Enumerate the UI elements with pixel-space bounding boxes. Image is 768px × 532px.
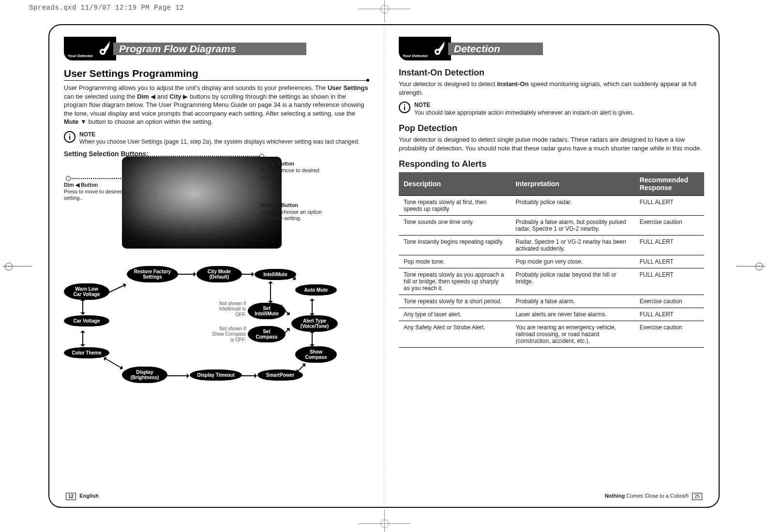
- table-row: Pop mode tone.Pop mode gun very close.FU…: [399, 255, 704, 268]
- registration-mark-right: [736, 256, 765, 276]
- note-text: NOTE When you choose User Settings (page…: [79, 131, 360, 146]
- section-rule: [64, 80, 369, 81]
- table-row: Tone repeats slowly for a short period.P…: [399, 295, 704, 308]
- note-label: NOTE: [79, 131, 360, 139]
- svg-rect-8: [404, 104, 405, 105]
- header-badge-text: Your Detector: [403, 54, 428, 58]
- header-title-left: Program Flow Diagrams: [113, 43, 306, 55]
- note-icon: [399, 102, 410, 113]
- svg-point-1: [102, 50, 104, 53]
- node-alerttype: Alert Type (Voice/Tone): [291, 315, 338, 332]
- header-badge-text: Your Detector: [68, 54, 93, 58]
- program-flow-diagram: Restore Factory Settings City Mode (Defa…: [64, 263, 369, 389]
- page-number-left: 12: [66, 493, 76, 500]
- tagline-bold: Nothing: [605, 493, 625, 499]
- heading-responding: Responding to Alerts: [399, 159, 704, 169]
- note-text-right: NOTE You should take appropriate action …: [414, 102, 634, 117]
- page-left: Your Detector Program Flow Diagrams User…: [49, 25, 384, 507]
- flow-note-compass-off: Not shown if Show Compass is OFF.: [207, 326, 246, 343]
- svg-rect-4: [69, 136, 70, 140]
- table-row: Tone instantly begins repeating rapidly.…: [399, 236, 704, 255]
- text-instant-on: Your detector is designed to detect Inst…: [399, 80, 704, 97]
- heading-pop: Pop Detection: [399, 123, 704, 133]
- callout-city: City ▶ Button Press to move to desired s…: [260, 161, 333, 180]
- table-row: Tone repeats slowly as you approach a hi…: [399, 268, 704, 295]
- section-heading-user-settings: User Settings Programming: [64, 68, 369, 79]
- page-right: Your Detector Detection Instant-On Detec…: [384, 25, 719, 507]
- header-badge-left: Your Detector: [64, 37, 116, 60]
- heading-instant-on: Instant-On Detection: [399, 68, 704, 78]
- header-badge-right: Your Detector: [399, 37, 451, 60]
- table-row: Tone sounds one time only.Probably a fal…: [399, 216, 704, 236]
- svg-rect-3: [69, 134, 70, 135]
- page-lang: English: [79, 493, 99, 499]
- detector-photo: [122, 157, 282, 249]
- table-row: Any Safety Alert or Strobe Alert.You are…: [399, 321, 704, 348]
- flow-note-intellimute-off: Not shown if Intellimute is OFF.: [212, 301, 246, 318]
- registration-mark-bottom: [377, 517, 391, 530]
- alerts-table: Description Interpretation Recommended R…: [399, 172, 704, 348]
- print-slug: Spreads.qxd 11/9/07 12:19 PM Page 12: [29, 4, 184, 12]
- registration-mark-left: [3, 256, 32, 276]
- note-label: NOTE: [414, 102, 634, 109]
- header-title-right: Detection: [448, 43, 543, 55]
- tagline-rest: Comes Close to a Cobra®: [625, 493, 689, 499]
- callout-dim: Dim ◀ Button Press to move to desired se…: [64, 182, 136, 202]
- col-response: Recommended Response: [635, 172, 704, 196]
- note-icon: [64, 131, 75, 143]
- table-row: Any type of laser alert.Laser alerts are…: [399, 308, 704, 321]
- cobra-logo-icon: [95, 39, 112, 56]
- table-row: Tone repeats slowly at first, then speed…: [399, 196, 704, 216]
- svg-rect-9: [404, 106, 405, 110]
- intro-text: User Programming allows you to adjust th…: [64, 84, 369, 126]
- cobra-logo-icon: [430, 39, 447, 56]
- registration-mark-top: [377, 2, 391, 15]
- svg-point-6: [437, 50, 439, 53]
- col-description: Description: [399, 172, 511, 196]
- page-footer-right: Nothing Comes Close to a Cobra® 25: [605, 493, 704, 500]
- col-interpretation: Interpretation: [511, 172, 634, 196]
- node-showcompass: Show Compass: [295, 346, 337, 363]
- page-footer-left: 12 English: [64, 493, 99, 500]
- node-automute: Auto Mute: [295, 284, 337, 296]
- node-carvoltage: Car Voltage: [64, 315, 109, 326]
- text-pop: Your detector is designed to detect sing…: [399, 135, 704, 152]
- page-number-right: 25: [692, 493, 702, 500]
- callout-mute: Mute ▼ Button Press to choose an option …: [260, 202, 333, 222]
